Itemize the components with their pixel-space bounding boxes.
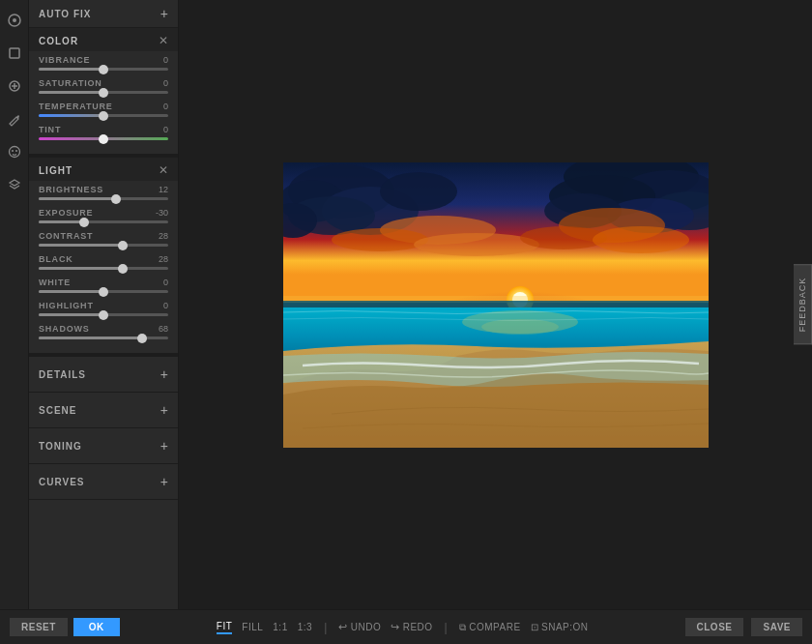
color-section-header: COLOR ✕ [29,28,178,51]
contrast-label: CONTRAST [39,231,93,241]
retouch-icon[interactable] [4,108,25,130]
snap-button[interactable]: ⊡ SNAP:ON [531,622,589,632]
compare-button[interactable]: ⧉ COMPARE [459,622,521,633]
exposure-row: EXPOSURE -30 [39,208,168,223]
vibrance-track[interactable] [39,68,168,71]
exposure-track[interactable] [39,220,168,223]
scene-expand-icon: + [160,402,168,418]
compare-icon: ⧉ [459,622,467,633]
contrast-track[interactable] [39,244,168,247]
contrast-value: 28 [159,231,168,241]
sidebar: AUTO FIX + COLOR ✕ VIBRANCE 0 SATURA [29,0,179,609]
black-row: BLACK 28 [39,254,168,270]
snap-icon: ⊡ [531,622,539,632]
undo-button[interactable]: ↩ UNDO [338,621,381,633]
toning-expand-icon: + [160,438,168,454]
toning-section: TONING + [29,428,178,464]
feedback-button[interactable]: FEEDBACK [794,265,812,345]
scene-header[interactable]: SCENE + [29,393,178,427]
svg-rect-2 [10,48,19,58]
white-label: WHITE [39,278,71,287]
reset-button[interactable]: RESET [10,618,68,636]
details-label: DETAILS [39,369,86,380]
auto-fix-add-icon[interactable]: + [160,6,168,21]
save-button[interactable]: SAVE [751,618,802,636]
side-icon-bar [0,0,29,609]
tint-value: 0 [163,125,168,134]
auto-fix-row: AUTO FIX + [29,0,178,28]
color-title: COLOR [39,36,78,46]
saturation-track[interactable] [39,91,168,94]
highlight-track[interactable] [39,313,168,316]
layers-icon[interactable] [4,174,25,195]
ratio-1-1-button[interactable]: 1:1 [273,622,287,632]
redo-button[interactable]: ↪ REDO [391,621,432,633]
saturation-value: 0 [163,78,168,88]
vibrance-row: VIBRANCE 0 [39,55,168,71]
fill-button[interactable]: FILL [242,622,263,632]
light-title: LIGHT [39,165,72,176]
black-track[interactable] [39,267,168,270]
highlight-label: HIGHLIGHT [39,301,94,310]
highlight-row: HIGHLIGHT 0 [39,301,168,316]
tint-row: TINT 0 [39,125,168,140]
white-track[interactable] [39,290,168,293]
crop-icon[interactable] [4,43,25,64]
filter-icon[interactable] [4,75,25,97]
saturation-label: SATURATION [39,78,102,88]
black-label: BLACK [39,254,73,264]
light-close-icon[interactable]: ✕ [159,163,168,177]
temperature-value: 0 [163,102,168,111]
brightness-value: 12 [159,185,168,194]
black-value: 28 [159,254,168,264]
brightness-label: BRIGHTNESS [39,185,103,194]
saturation-row: SATURATION 0 [39,78,168,94]
curves-label: CURVES [39,477,85,487]
curves-expand-icon: + [160,474,168,489]
brightness-row: BRIGHTNESS 12 [39,185,168,200]
color-close-icon[interactable]: ✕ [159,34,168,47]
tint-track[interactable] [39,137,168,140]
curves-section: CURVES + [29,464,178,500]
white-row: WHITE 0 [39,278,168,293]
contrast-row: CONTRAST 28 [39,231,168,247]
auto-fix-label: AUTO FIX [39,9,91,19]
bottom-right-actions: CLOSE SAVE [685,618,802,636]
shadows-track[interactable] [39,337,168,339]
light-sliders: BRIGHTNESS 12 EXPOSURE -30 [29,181,178,353]
details-header[interactable]: DETAILS + [29,357,178,392]
close-button[interactable]: CLOSE [685,618,744,636]
vibrance-label: VIBRANCE [39,55,90,65]
tint-label: TINT [39,125,61,134]
details-section: DETAILS + [29,357,178,393]
canvas-area: FEEDBACK [179,0,812,609]
details-expand-icon: + [160,366,168,382]
brightness-track[interactable] [39,197,168,200]
bottom-toolbar: RESET OK FIT FILL 1:1 1:3 | ↩ UNDO ↪ RED… [0,609,812,644]
shadows-row: SHADOWS 68 [39,324,168,339]
temperature-row: TEMPERATURE 0 [39,102,168,117]
undo-icon: ↩ [338,621,348,633]
svg-point-6 [15,150,17,152]
photo-canvas [283,162,709,448]
vibrance-value: 0 [163,55,168,65]
ratio-1-3-button[interactable]: 1:3 [298,622,312,632]
shadows-label: SHADOWS [39,324,90,334]
fit-button[interactable]: FIT [217,621,233,634]
toning-header[interactable]: TONING + [29,428,178,463]
temperature-track[interactable] [39,114,168,117]
exposure-label: EXPOSURE [39,208,93,218]
adjust-icon[interactable] [4,10,25,31]
face-icon[interactable] [4,141,25,162]
ok-button[interactable]: OK [73,618,120,636]
toning-label: TONING [39,441,82,452]
scene-label: SCENE [39,405,76,416]
redo-icon: ↪ [391,621,400,633]
color-sliders: VIBRANCE 0 SATURATION 0 [29,51,178,154]
bottom-center-controls: FIT FILL 1:1 1:3 | ↩ UNDO ↪ REDO | ⧉ COM… [217,621,589,634]
curves-header[interactable]: CURVES + [29,464,178,499]
svg-point-5 [12,150,14,152]
light-section-header: LIGHT ✕ [29,158,178,181]
svg-point-1 [13,18,16,22]
bottom-left-actions: RESET OK [10,618,120,636]
